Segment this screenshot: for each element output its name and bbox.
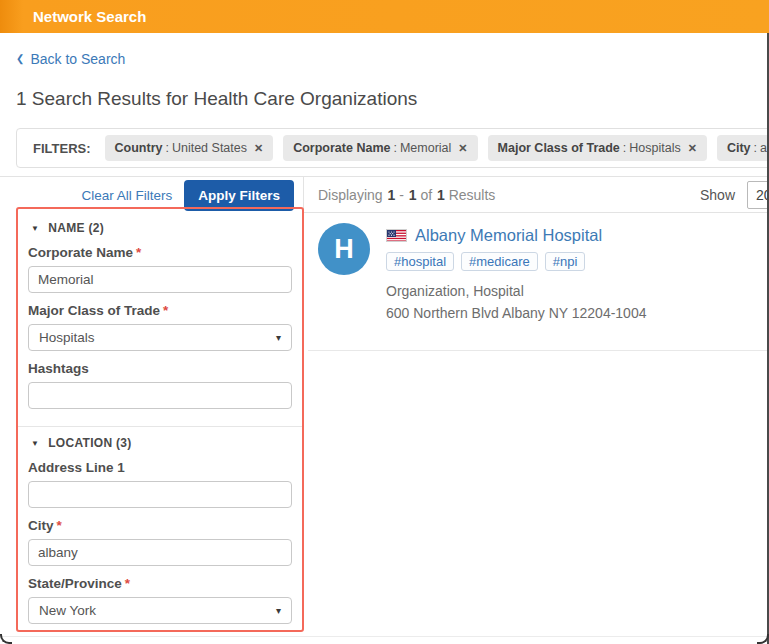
required-marker: * <box>57 518 62 533</box>
collapse-icon: ▼ <box>31 224 39 233</box>
apply-filters-button[interactable]: Apply Filters <box>184 180 294 211</box>
avatar[interactable]: H <box>318 223 370 275</box>
corporate-name-input[interactable] <box>28 266 292 293</box>
back-to-search-link[interactable]: ❮ Back to Search <box>16 51 125 67</box>
required-marker: * <box>163 303 168 318</box>
major-class-select[interactable]: Hospitals ▾ <box>28 324 292 351</box>
chip-separator: : <box>165 141 168 155</box>
chip-name: Country <box>115 141 163 155</box>
city-input[interactable] <box>28 539 292 566</box>
required-marker: * <box>125 576 130 591</box>
select-value: New York <box>39 603 96 618</box>
label-text: Address Line 1 <box>28 460 125 475</box>
chip-value: Hospitals <box>629 141 680 155</box>
label-text: State/Province <box>28 576 122 591</box>
app-header: Network Search <box>0 0 769 33</box>
chip-name: Corporate Name <box>293 141 390 155</box>
caret-down-icon: ▾ <box>276 605 281 616</box>
app-title: Network Search <box>33 8 146 25</box>
close-icon[interactable]: ✕ <box>254 142 263 155</box>
chip-value: United States <box>172 141 247 155</box>
label-text: Corporate Name <box>28 245 133 260</box>
hashtag-chip[interactable]: #hospital <box>386 252 454 271</box>
displaying-of: of <box>420 187 432 203</box>
clear-all-filters-link[interactable]: Clear All Filters <box>81 188 172 203</box>
displaying-total: 1 <box>437 187 445 203</box>
address-line-1-label: Address Line 1 <box>28 460 292 475</box>
window-corner-bottom-left <box>0 634 12 644</box>
address-line-1-input[interactable] <box>28 481 292 508</box>
hashtag-chip[interactable]: #npi <box>545 252 586 271</box>
hashtags-input[interactable] <box>28 382 292 409</box>
show-per-page-select[interactable]: 20 <box>747 181 769 209</box>
result-address-line: 600 Northern Blvd Albany NY 12204-1004 <box>386 302 646 324</box>
filter-chip-country[interactable]: Country: United States ✕ <box>105 135 274 161</box>
close-icon[interactable]: ✕ <box>688 142 697 155</box>
state-province-label: State/Province* <box>28 576 292 591</box>
chip-name: Major Class of Trade <box>498 141 620 155</box>
bottom-cropped-divider <box>0 636 769 637</box>
network-search-page: Network Search ❮ Back to Search 1 Search… <box>0 0 769 644</box>
label-text: Hashtags <box>28 361 89 376</box>
toolbar-results-info: Displaying 1 - 1 of 1 Results Show 20 <box>304 177 769 213</box>
close-icon[interactable]: ✕ <box>458 142 467 155</box>
section-title: NAME (2) <box>48 221 104 235</box>
result-type-line: Organization, Hospital <box>386 280 646 302</box>
displaying-word: Displaying <box>318 187 383 203</box>
chip-name: City <box>727 141 751 155</box>
displaying-results-text: Displaying 1 - 1 of 1 Results <box>318 187 496 203</box>
section-title: LOCATION (3) <box>48 436 131 450</box>
us-flag-icon <box>386 229 407 242</box>
result-name-row: Albany Memorial Hospital <box>386 226 646 245</box>
show-per-page-group: Show 20 <box>700 177 769 212</box>
filter-panel: ▼ NAME (2) Corporate Name* Major Class o… <box>16 207 304 632</box>
displaying-results-word: Results <box>449 187 496 203</box>
page-title: 1 Search Results for Health Care Organiz… <box>16 88 417 110</box>
collapse-icon: ▼ <box>31 439 39 448</box>
displaying-from: 1 <box>387 187 395 203</box>
select-value: Hospitals <box>39 330 95 345</box>
state-province-select[interactable]: New York ▾ <box>28 597 292 624</box>
filter-chip-corporate-name[interactable]: Corporate Name: Memorial ✕ <box>283 135 477 161</box>
section-header-name[interactable]: ▼ NAME (2) <box>31 221 292 235</box>
chevron-left-icon: ❮ <box>16 52 24 66</box>
label-text: Major Class of Trade <box>28 303 160 318</box>
result-info: Albany Memorial Hospital #hospital #medi… <box>386 223 646 324</box>
filters-bar: FILTERS: Country: United States ✕ Corpor… <box>16 128 769 168</box>
results-list: H Albany <box>308 213 769 351</box>
section-divider <box>16 426 304 427</box>
result-hashtags: #hospital #medicare #npi <box>386 252 646 271</box>
city-label: City* <box>28 518 292 533</box>
caret-down-icon: ▾ <box>276 332 281 343</box>
label-text: City <box>28 518 54 533</box>
corporate-name-label: Corporate Name* <box>28 245 292 260</box>
chip-separator: : <box>393 141 396 155</box>
result-name-link[interactable]: Albany Memorial Hospital <box>415 226 602 245</box>
chip-value: Memorial <box>400 141 451 155</box>
back-link-label: Back to Search <box>30 51 125 67</box>
result-row: H Albany <box>308 213 769 351</box>
required-marker: * <box>136 245 141 260</box>
hashtag-chip[interactable]: #medicare <box>461 252 538 271</box>
filter-chip-city[interactable]: City: albany ✕ <box>717 135 769 161</box>
chip-separator: : <box>623 141 626 155</box>
chip-separator: : <box>754 141 757 155</box>
filters-label: FILTERS: <box>33 141 91 156</box>
displaying-dash: - <box>399 187 404 203</box>
show-label: Show <box>700 187 735 203</box>
filter-chip-major-class[interactable]: Major Class of Trade: Hospitals ✕ <box>488 135 707 161</box>
hashtags-label: Hashtags <box>28 361 292 376</box>
section-header-location[interactable]: ▼ LOCATION (3) <box>31 436 292 450</box>
major-class-label: Major Class of Trade* <box>28 303 292 318</box>
displaying-to: 1 <box>409 187 417 203</box>
